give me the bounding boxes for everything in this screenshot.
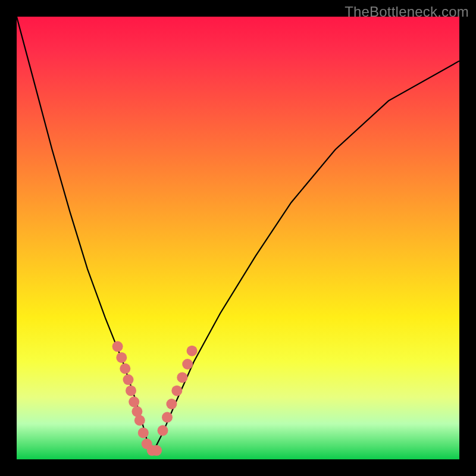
marker-point [166, 399, 177, 409]
marker-point [112, 341, 123, 352]
marker-point [129, 396, 139, 407]
chart-svg [17, 17, 459, 459]
marker-point [120, 364, 130, 374]
marker-point [187, 346, 198, 356]
marker-point [171, 386, 182, 396]
marker-point [151, 445, 162, 456]
marker-point [126, 386, 136, 396]
marker-point [177, 372, 187, 383]
plot-area [17, 17, 459, 459]
marker-point [134, 415, 145, 426]
marker-point [182, 359, 193, 369]
marker-point [116, 352, 127, 363]
marker-point [123, 374, 134, 385]
marker-point [138, 427, 149, 438]
marker-point [162, 412, 173, 422]
marker-group [112, 341, 198, 456]
watermark-text: TheBottleneck.com [345, 4, 469, 20]
chart-stage: TheBottleneck.com [0, 0, 476, 476]
bottleneck-curve [17, 17, 459, 450]
marker-point [158, 425, 168, 436]
